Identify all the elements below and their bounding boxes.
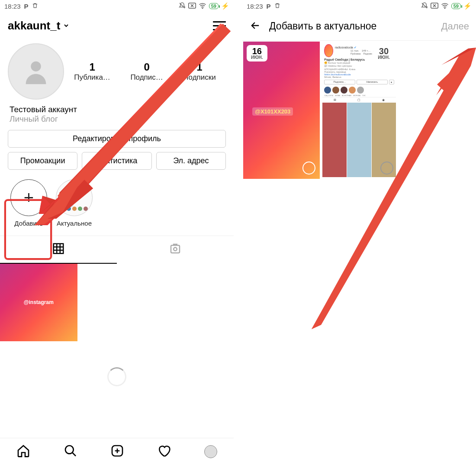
- profile-tabs: [0, 236, 234, 264]
- status-time: 18:23: [4, 3, 21, 10]
- stories-grid: 16 июн. @X101XX203 radiosvaboda ✔ 11 тыс…: [242, 41, 476, 180]
- stat-following[interactable]: 1 Подписки: [183, 61, 215, 82]
- tab-grid[interactable]: [0, 236, 117, 264]
- tab-search[interactable]: [64, 444, 77, 459]
- screen-title: Добавить в актуальное: [269, 20, 434, 32]
- trash-icon: [32, 3, 38, 10]
- add-highlight-header: Добавить в актуальное Далее: [242, 12, 476, 41]
- bottom-tabbar: [0, 438, 234, 465]
- status-bar-r: 18:23 P 59 ⚡: [242, 0, 476, 12]
- mini-handle: radiosvaboda: [335, 46, 353, 49]
- svg-rect-4: [171, 246, 180, 253]
- feed-grid: @instagram: [0, 264, 234, 341]
- svg-point-2: [31, 61, 41, 71]
- x-box-icon: [188, 3, 196, 10]
- feed-post-1[interactable]: @instagram: [0, 264, 77, 341]
- selection-circle-1: [302, 162, 315, 175]
- stat-followers[interactable]: 0 Подпис…: [130, 61, 163, 82]
- story-date-badge-2: 30 ИЮН.: [373, 45, 394, 61]
- charging-icon: ⚡: [221, 2, 229, 10]
- profile-stats-row: 1 Публика… 0 Подпис… 1 Подписки: [0, 39, 234, 100]
- edit-profile-button[interactable]: Редактировать профиль: [8, 130, 226, 148]
- stat-posts[interactable]: 1 Публика…: [74, 61, 110, 82]
- wifi-icon-r: [441, 3, 449, 10]
- story-thumb-2[interactable]: radiosvaboda ✔ 11 тыс. 149 т… 2 242 Публ…: [321, 42, 397, 179]
- status-time-r: 18:23: [247, 3, 263, 10]
- trash-icon-r: [274, 3, 280, 10]
- hamburger-menu-icon[interactable]: [213, 21, 226, 30]
- tab-activity[interactable]: [157, 444, 171, 459]
- promo-button[interactable]: Промоакции: [8, 152, 77, 170]
- wifi-icon: [199, 3, 206, 10]
- heart-icon: [157, 444, 171, 458]
- post-caption: @instagram: [24, 299, 54, 305]
- home-icon: [16, 444, 30, 458]
- tab-tagged[interactable]: [117, 236, 234, 264]
- email-button[interactable]: Эл. адрес: [156, 152, 226, 170]
- selection-circle-2: [380, 162, 393, 175]
- verified-icon: ✔: [354, 46, 357, 49]
- grid-icon: [52, 242, 65, 255]
- p-icon-r: P: [267, 3, 271, 10]
- tab-home[interactable]: [16, 444, 30, 459]
- highlight-add-label: Добавить: [10, 220, 47, 227]
- back-button[interactable]: [249, 19, 261, 33]
- tab-profile[interactable]: [204, 445, 217, 458]
- tagged-icon: [169, 242, 182, 255]
- story-thumb-1[interactable]: 16 июн. @X101XX203: [243, 42, 320, 179]
- profile-avatar[interactable]: [8, 43, 64, 100]
- bell-off-icon: [179, 2, 186, 10]
- add-post-icon: [110, 444, 124, 458]
- highlight-actual[interactable]: Актуальное: [56, 179, 93, 227]
- username-text: akkaunt_t: [8, 19, 60, 32]
- charging-icon-r: ⚡: [463, 2, 472, 10]
- tab-add[interactable]: [110, 444, 124, 459]
- battery-indicator-r: 59: [451, 3, 461, 9]
- next-button[interactable]: Далее: [441, 21, 469, 32]
- mini-avatar: [324, 44, 333, 57]
- profile-bio: Тестовый аккаунт Личный блог: [0, 100, 234, 126]
- phone-right: 18:23 P 59 ⚡ Добавить в актуальное Далее…: [242, 0, 476, 469]
- story-date-badge-1: 16 июн.: [247, 45, 267, 61]
- arrow-left-icon: [249, 19, 261, 32]
- svg-point-1: [202, 8, 203, 9]
- p-icon: P: [24, 3, 29, 10]
- profile-name: Тестовый аккаунт: [10, 105, 224, 114]
- x-box-icon-r: [431, 3, 438, 10]
- profile-header: akkaunt_t: [0, 12, 234, 39]
- mini-profile-preview: radiosvaboda ✔ 11 тыс. 149 т… 2 242 Публ…: [322, 43, 396, 177]
- username-dropdown[interactable]: akkaunt_t: [8, 19, 70, 32]
- svg-point-9: [444, 8, 445, 9]
- highlight-thumb: [56, 179, 93, 216]
- highlights-row: + Добавить Актуальное: [0, 174, 234, 232]
- svg-point-5: [174, 248, 177, 251]
- chevron-down-icon: [63, 22, 70, 29]
- stats-button[interactable]: Статистика: [82, 152, 151, 170]
- battery-indicator: 59: [209, 3, 219, 9]
- loading-spinner: [107, 367, 126, 386]
- highlight-actual-label: Актуальное: [56, 220, 93, 227]
- svg-point-6: [65, 446, 74, 454]
- person-icon: [21, 56, 51, 87]
- phone-left: 18:23 P 59 ⚡ akkaunt_t: [0, 0, 234, 469]
- highlight-add[interactable]: + Добавить: [10, 179, 47, 227]
- status-bar: 18:23 P 59 ⚡: [0, 0, 234, 12]
- svg-rect-3: [54, 244, 64, 254]
- story-mention: @X101XX203: [252, 107, 293, 116]
- plus-icon: +: [10, 179, 47, 216]
- profile-category: Личный блог: [10, 114, 224, 124]
- search-icon: [64, 444, 77, 458]
- bell-off-icon-r: [421, 2, 428, 10]
